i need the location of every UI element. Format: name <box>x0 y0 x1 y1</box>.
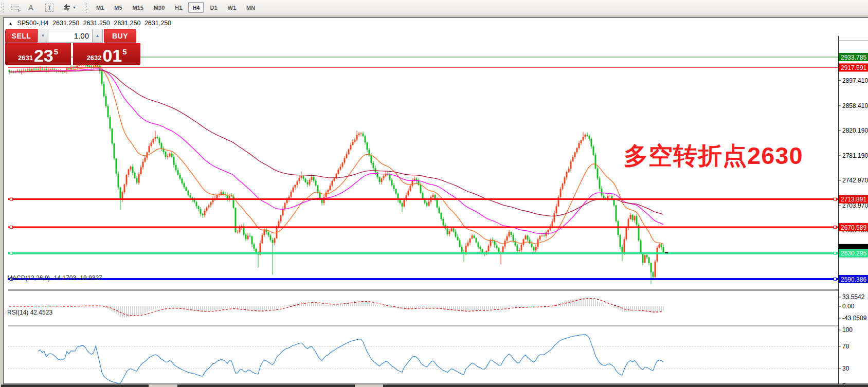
hline-handle[interactable] <box>834 198 837 200</box>
buy-price-display[interactable]: 2632 01 5 <box>73 43 140 65</box>
svg-text:2897.410: 2897.410 <box>842 77 868 84</box>
chart-annotation-text[interactable]: 多空转折点2630 <box>624 140 803 172</box>
svg-text:70: 70 <box>842 343 849 350</box>
arrows-objects-button[interactable]: ▼ <box>62 2 77 14</box>
letter-a-icon: A <box>28 3 34 12</box>
svg-text:2933.785: 2933.785 <box>841 54 866 61</box>
buy-price-big: 01 <box>102 48 122 63</box>
svg-text:2670.589: 2670.589 <box>841 224 866 231</box>
toolbar: F A T ▼ M1 M5 M15 M30 H1 H4 D1 W1 MN <box>0 0 868 15</box>
text-label-icon: T <box>45 4 53 12</box>
fibonacci-icon: F <box>11 4 20 11</box>
sell-price-sup: 5 <box>54 47 58 56</box>
arrows-icon <box>63 4 71 12</box>
symbol-period-label: SP500-,H4 <box>17 20 48 27</box>
svg-text:2781.190: 2781.190 <box>842 152 868 159</box>
price-axis-labels: 2897.4102858.4102820.1902781.1902742.970… <box>838 77 868 260</box>
candlesticks <box>9 61 664 284</box>
timeframe-w1[interactable]: W1 <box>224 2 241 13</box>
svg-text:-43.0509: -43.0509 <box>842 315 867 322</box>
svg-text:2590.386: 2590.386 <box>841 276 866 283</box>
moving-average-20 <box>9 67 663 244</box>
hline-handle[interactable] <box>834 278 837 281</box>
sell-price-prefix: 2631 <box>18 54 33 62</box>
svg-text:0.00: 0.00 <box>842 303 855 310</box>
last-price-marker <box>665 252 668 253</box>
hline-handle[interactable] <box>834 252 837 254</box>
bottom-window-edge <box>0 384 868 387</box>
timeframe-m15[interactable]: M15 <box>129 2 148 13</box>
window-edge-segment <box>383 384 868 387</box>
close-value: 2631.250 <box>144 20 171 27</box>
buy-price-sup: 5 <box>122 47 126 56</box>
macd-signal-line <box>9 299 663 316</box>
chart-window: 2897.4102858.4102820.1902781.1902742.970… <box>3 17 868 384</box>
timeframe-m5[interactable]: M5 <box>110 2 126 13</box>
volume-decrease-button[interactable]: ▼ <box>38 29 48 43</box>
timeframe-m1[interactable]: M1 <box>92 2 108 13</box>
sell-price-big: 23 <box>34 48 53 63</box>
panel-borders <box>8 36 868 387</box>
low-value: 2631.250 <box>114 20 140 27</box>
svg-text:30: 30 <box>842 365 849 372</box>
toolbar-separator <box>85 3 88 13</box>
chevron-down-icon[interactable]: ▼ <box>73 6 76 9</box>
macd-indicator-label: MACD(12,26,9) -14.1703 -19.9327 <box>7 274 102 282</box>
sell-button[interactable]: SELL <box>5 29 38 43</box>
sell-price-display[interactable]: 2631 23 5 <box>5 43 71 65</box>
price-chart: 2897.4102858.4102820.1902781.1902742.970… <box>8 36 868 387</box>
timeframe-h4[interactable]: H4 <box>188 2 204 13</box>
high-value: 2631.250 <box>83 20 110 27</box>
timeframe-h1[interactable]: H1 <box>171 2 186 13</box>
buy-button[interactable]: BUY <box>104 29 136 43</box>
hline-handle[interactable] <box>834 226 837 229</box>
hline-handle[interactable] <box>10 226 13 229</box>
one-click-trade-panel: SELL ▼ ▲ BUY 2631 23 5 2632 01 5 <box>5 29 140 65</box>
moving-average-55 <box>9 69 663 234</box>
svg-text:2742.970: 2742.970 <box>842 177 868 184</box>
indicator-axis-labels: 33.55420.00-43.050910070300 <box>838 293 867 387</box>
svg-text:33.5542: 33.5542 <box>842 293 865 301</box>
open-value: 2631.250 <box>52 20 79 27</box>
svg-text:100: 100 <box>842 326 853 334</box>
rsi-line <box>38 335 663 383</box>
arrow-text-tool-button[interactable]: A <box>24 2 38 14</box>
timeframe-mn[interactable]: MN <box>242 2 259 13</box>
moving-average-120 <box>9 70 663 216</box>
hline-2590.386[interactable] <box>8 278 838 281</box>
volume-increase-button[interactable]: ▲ <box>92 29 103 43</box>
window-edge-segment <box>177 384 355 387</box>
buy-price-prefix: 2632 <box>86 54 101 62</box>
timeframe-m30[interactable]: M30 <box>150 2 169 13</box>
hline-handle[interactable] <box>10 252 13 254</box>
window-edge-segment <box>1 384 149 387</box>
collapse-triangle-icon[interactable]: ▲ <box>8 21 13 26</box>
svg-text:2858.410: 2858.410 <box>842 102 868 109</box>
svg-text:2820.190: 2820.190 <box>842 127 868 134</box>
chart-ohlc-header: ▲ SP500-,H4 2631.250 2631.250 2631.250 2… <box>8 20 173 27</box>
svg-text:2630.295: 2630.295 <box>841 250 866 257</box>
timeframe-d1[interactable]: D1 <box>206 2 221 13</box>
macd-histogram <box>9 298 663 318</box>
hline-2670.589[interactable] <box>8 226 838 229</box>
fibonacci-tool-button[interactable]: F <box>9 2 22 14</box>
svg-text:2917.591: 2917.591 <box>841 64 866 71</box>
rsi-indicator-label: RSI(14) 42.4523 <box>7 309 52 316</box>
volume-input[interactable] <box>48 29 92 43</box>
hline-handle[interactable] <box>10 198 13 200</box>
text-label-tool-button[interactable]: T <box>43 2 56 14</box>
hline-2630.295[interactable] <box>8 252 838 254</box>
svg-text:2713.891: 2713.891 <box>841 196 866 203</box>
price-badges: 2933.7852917.5912713.8912670.5892630.295… <box>839 53 868 283</box>
toolbar-drag-handle[interactable] <box>2 3 5 13</box>
